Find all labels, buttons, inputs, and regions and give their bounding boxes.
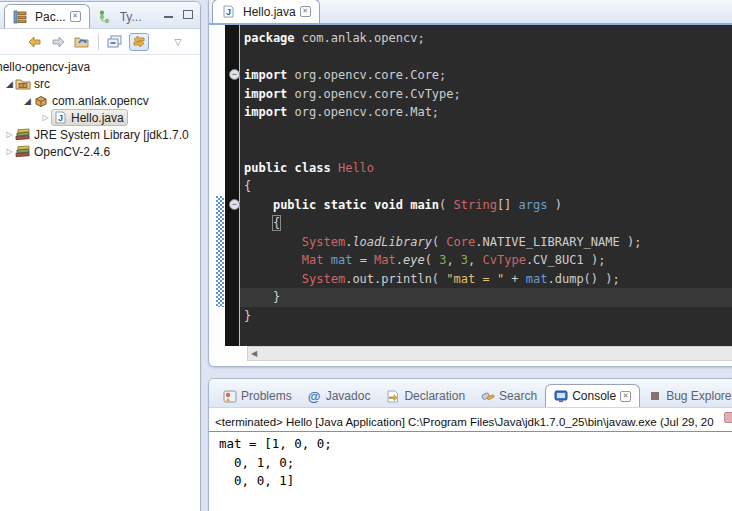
close-icon[interactable]: ✕ bbox=[620, 391, 631, 402]
expand-arrow-icon[interactable]: ▷ bbox=[4, 147, 15, 156]
tree-item-label: Hello.java bbox=[71, 111, 124, 125]
tree-item-label: JRE System Library [jdk1.7.0 bbox=[34, 128, 189, 142]
bottom-view-tabbar: Problems@JavadocDeclarationSearchConsole… bbox=[209, 379, 732, 408]
tab-problems[interactable]: Problems bbox=[215, 385, 300, 407]
tree-item-hello-java[interactable]: ▷JHello.java bbox=[0, 109, 200, 126]
console-toolbar-icon[interactable] bbox=[724, 412, 732, 423]
type-hierarchy-icon bbox=[97, 9, 113, 24]
expand-arrow-icon[interactable]: ▷ bbox=[40, 113, 51, 122]
editor-body: −− package com.anlak.opencv; import org.… bbox=[209, 25, 732, 346]
code-line[interactable]: } bbox=[244, 307, 732, 326]
package-explorer-toolbar: ▽ bbox=[0, 29, 200, 55]
tree-item-label: com.anlak.opencv bbox=[52, 94, 149, 108]
declaration-icon bbox=[385, 389, 400, 403]
package-explorer-icon bbox=[12, 9, 28, 24]
tree-item-opencv-2-4-6[interactable]: ▷OpenCV-2.4.6 bbox=[0, 143, 200, 160]
collapse-arrow-icon[interactable]: ◢ bbox=[4, 79, 15, 89]
search-icon bbox=[480, 389, 495, 403]
console-icon bbox=[553, 389, 568, 403]
close-icon[interactable]: ✕ bbox=[300, 6, 311, 17]
tab-hello-java[interactable]: J Hello.java ✕ bbox=[212, 0, 320, 23]
javadoc-icon: @ bbox=[307, 389, 322, 403]
code-line[interactable]: public static void main( String[] args ) bbox=[244, 196, 732, 215]
tree-item-com-anlak-opencv[interactable]: ◢com.anlak.opencv bbox=[0, 92, 200, 109]
svg-text:J: J bbox=[225, 7, 230, 17]
problems-icon bbox=[222, 389, 237, 403]
code-line[interactable]: public class Hello bbox=[244, 159, 732, 178]
svg-text:J: J bbox=[57, 113, 62, 123]
tab-bug-explorer[interactable]: Bug Explorer bbox=[640, 385, 732, 407]
link-with-editor-button[interactable] bbox=[129, 33, 149, 51]
tab-declaration[interactable]: Declaration bbox=[378, 385, 473, 407]
view-menu-icon: ▽ bbox=[175, 37, 182, 47]
tree-item-hello-opencv-java[interactable]: hello-opencv-java bbox=[0, 58, 200, 75]
library-icon bbox=[15, 144, 31, 159]
console-status-line: <terminated> Hello [Java Application] C:… bbox=[209, 408, 732, 432]
tab-label: Javadoc bbox=[326, 389, 371, 403]
minimize-view-button[interactable] bbox=[162, 9, 177, 22]
tab-label: Problems bbox=[241, 389, 292, 403]
code-line[interactable]: { bbox=[244, 214, 732, 233]
code-line-current[interactable]: } bbox=[240, 288, 732, 307]
code-line[interactable]: import org.opencv.core.Core; bbox=[244, 66, 732, 85]
project-tree: hello-opencv-java◢src◢com.anlak.opencv▷J… bbox=[0, 55, 200, 160]
tree-item-jre-system-library-jdk1-7-0[interactable]: ▷JRE System Library [jdk1.7.0 bbox=[0, 126, 200, 143]
code-line[interactable]: import org.opencv.core.Mat; bbox=[244, 103, 732, 122]
close-icon[interactable]: ✕ bbox=[70, 11, 81, 22]
tab-package-explorer[interactable]: Pac... ✕ bbox=[4, 4, 90, 28]
code-line[interactable]: { bbox=[244, 177, 732, 196]
code-line[interactable]: import org.opencv.core.CvType; bbox=[244, 85, 732, 104]
editor-tab-label: Hello.java bbox=[243, 5, 296, 19]
collapse-arrow-icon[interactable]: ◢ bbox=[22, 96, 33, 106]
console-output[interactable]: mat = [1, 0, 0; 0, 1, 0; 0, 0, 1] bbox=[209, 432, 732, 491]
library-icon bbox=[15, 127, 31, 142]
java-file-icon: J bbox=[220, 4, 236, 19]
tree-item-label: src bbox=[34, 77, 50, 91]
tab-search[interactable]: Search bbox=[473, 385, 545, 407]
back-button[interactable] bbox=[24, 33, 44, 51]
horizontal-scrollbar[interactable]: ◀ bbox=[247, 346, 732, 361]
method-range-indicator bbox=[216, 196, 224, 307]
tab-package-explorer-label: Pac... bbox=[35, 10, 66, 24]
code-editor[interactable]: package com.anlak.opencv; import org.ope… bbox=[240, 25, 732, 346]
src-folder-icon bbox=[15, 76, 31, 91]
tab-label: Declaration bbox=[404, 389, 465, 403]
java-file-icon: J bbox=[52, 110, 68, 125]
toolbar-separator bbox=[98, 34, 99, 50]
left-view-tabbar: Pac... ✕ Ty... bbox=[0, 2, 200, 29]
view-menu-button[interactable]: ▽ bbox=[168, 33, 188, 51]
tab-label: Console bbox=[572, 389, 616, 403]
package-icon bbox=[33, 93, 49, 108]
tab-javadoc[interactable]: @Javadoc bbox=[300, 385, 379, 407]
tab-type-hierarchy-label: Ty... bbox=[120, 10, 142, 24]
fold-collapse-icon[interactable]: − bbox=[229, 199, 240, 210]
tab-console[interactable]: Console✕ bbox=[545, 384, 640, 407]
code-line[interactable]: System.loadLibrary( Core.NATIVE_LIBRARY_… bbox=[244, 233, 732, 252]
tab-label: Search bbox=[499, 389, 537, 403]
code-line[interactable] bbox=[244, 140, 732, 159]
collapse-all-button[interactable] bbox=[105, 33, 125, 51]
code-line[interactable]: package com.anlak.opencv; bbox=[244, 29, 732, 48]
tab-type-hierarchy[interactable]: Ty... bbox=[90, 5, 150, 28]
code-line[interactable]: Mat mat = Mat.eye( 3, 3, CvType.CV_8UC1 … bbox=[244, 251, 732, 270]
forward-button[interactable] bbox=[48, 33, 68, 51]
editor-area: J Hello.java ✕ −− package com.anlak.open… bbox=[208, 0, 732, 367]
editor-tabbar: J Hello.java ✕ bbox=[209, 0, 732, 25]
maximize-view-button[interactable] bbox=[181, 9, 196, 22]
fold-gutter[interactable]: −− bbox=[225, 25, 240, 346]
annotation-ruler[interactable] bbox=[209, 25, 225, 346]
code-line[interactable]: System.out.println( "mat = " + mat.dump(… bbox=[244, 270, 732, 289]
code-line[interactable] bbox=[244, 48, 732, 67]
fold-collapse-icon[interactable]: − bbox=[229, 69, 240, 80]
scroll-left-icon[interactable]: ◀ bbox=[248, 349, 257, 358]
code-line[interactable] bbox=[244, 122, 732, 141]
tree-item-label: hello-opencv-java bbox=[0, 60, 90, 74]
console-view: Problems@JavadocDeclarationSearchConsole… bbox=[208, 378, 732, 511]
tree-item-src[interactable]: ◢src bbox=[0, 75, 200, 92]
refresh-folder-icon[interactable] bbox=[72, 33, 92, 51]
package-explorer-view: Pac... ✕ Ty... bbox=[0, 1, 201, 511]
tab-label: Bug Explorer bbox=[666, 389, 732, 403]
plugin-icon bbox=[647, 389, 662, 403]
tree-item-label: OpenCV-2.4.6 bbox=[34, 145, 110, 159]
expand-arrow-icon[interactable]: ▷ bbox=[4, 130, 15, 139]
